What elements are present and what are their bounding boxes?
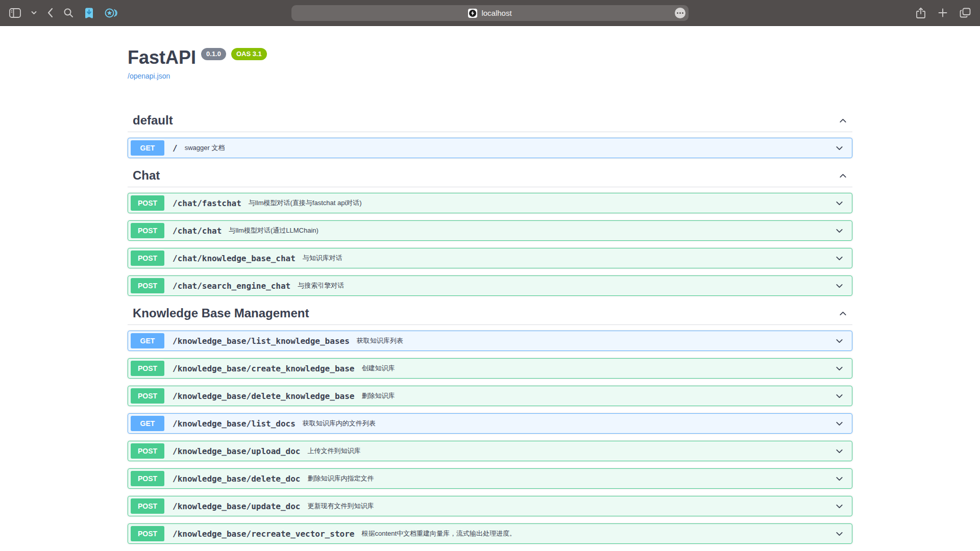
openapi-spec-link[interactable]: /openapi.json bbox=[128, 72, 170, 80]
chevron-down-icon bbox=[834, 363, 845, 374]
method-badge: POST bbox=[131, 443, 164, 459]
endpoint-path: /chat/search_engine_chat bbox=[173, 281, 290, 291]
tab-overview-button[interactable] bbox=[959, 7, 972, 19]
toolbar-left-group bbox=[8, 6, 118, 20]
chevron-down-icon bbox=[834, 501, 845, 512]
endpoint-path: /knowledge_base/delete_doc bbox=[173, 474, 300, 484]
collapse-section-button[interactable] bbox=[838, 115, 848, 126]
method-badge: POST bbox=[131, 498, 164, 514]
endpoint-row[interactable]: GET/knowledge_base/list_knowledge_bases获… bbox=[128, 331, 852, 351]
tab-overview-icon bbox=[960, 8, 971, 18]
expand-endpoint-button[interactable] bbox=[834, 446, 845, 457]
plus-icon bbox=[938, 8, 947, 17]
method-badge: POST bbox=[131, 361, 164, 376]
endpoint-row[interactable]: POST/knowledge_base/create_knowledge_bas… bbox=[128, 358, 852, 379]
extension-button-2[interactable] bbox=[104, 7, 118, 19]
api-section: Knowledge Base ManagementGET/knowledge_b… bbox=[128, 303, 852, 544]
endpoint-description: 上传文件到知识库 bbox=[307, 446, 360, 456]
endpoint-path: /knowledge_base/list_knowledge_bases bbox=[173, 336, 350, 346]
back-button[interactable] bbox=[46, 7, 54, 19]
extension-button-1[interactable] bbox=[83, 6, 95, 20]
chevron-up-icon bbox=[838, 170, 848, 181]
expand-endpoint-button[interactable] bbox=[834, 143, 845, 154]
page-title: FastAPI bbox=[128, 46, 196, 68]
collapse-section-button[interactable] bbox=[838, 170, 848, 181]
endpoint-description: 删除知识库 bbox=[361, 391, 395, 400]
chevron-down-icon bbox=[834, 529, 845, 539]
expand-endpoint-button[interactable] bbox=[834, 198, 845, 209]
endpoint-path: /chat/chat bbox=[173, 226, 222, 236]
chevron-down-icon bbox=[834, 418, 845, 429]
ellipsis-icon bbox=[677, 12, 683, 14]
method-badge: GET bbox=[131, 333, 164, 348]
method-badge: POST bbox=[131, 251, 164, 266]
endpoint-row[interactable]: POST/chat/search_engine_chat与搜索引擎对话 bbox=[128, 276, 852, 296]
share-icon bbox=[916, 7, 926, 19]
url-bar[interactable]: localhost bbox=[291, 5, 689, 21]
endpoint-row[interactable]: GET/swagger 文档 bbox=[128, 138, 852, 158]
expand-endpoint-button[interactable] bbox=[834, 418, 845, 429]
sidebar-icon bbox=[9, 8, 21, 18]
endpoint-description: 更新现有文件到知识库 bbox=[307, 502, 374, 511]
endpoint-description: 获取知识库内的文件列表 bbox=[303, 419, 376, 428]
new-tab-button[interactable] bbox=[937, 7, 948, 18]
expand-endpoint-button[interactable] bbox=[834, 226, 845, 236]
expand-endpoint-button[interactable] bbox=[834, 473, 845, 484]
page-options-button[interactable] bbox=[675, 8, 685, 18]
chevron-down-icon bbox=[834, 253, 845, 264]
expand-endpoint-button[interactable] bbox=[834, 253, 845, 264]
section-header[interactable]: Knowledge Base Management bbox=[128, 303, 852, 325]
expand-endpoint-button[interactable] bbox=[834, 529, 845, 539]
endpoint-description: swagger 文档 bbox=[185, 143, 225, 153]
expand-endpoint-button[interactable] bbox=[834, 501, 845, 512]
api-section: ChatPOST/chat/fastchat与llm模型对话(直接与fastch… bbox=[128, 165, 852, 296]
endpoint-description: 删除知识库内指定文件 bbox=[307, 474, 374, 483]
section-header[interactable]: default bbox=[128, 110, 852, 132]
expand-endpoint-button[interactable] bbox=[834, 281, 845, 291]
endpoint-description: 与llm模型对话(通过LLMChain) bbox=[229, 226, 318, 235]
endpoint-row[interactable]: POST/chat/fastchat与llm模型对话(直接与fastchat a… bbox=[128, 193, 852, 213]
method-badge: GET bbox=[131, 416, 164, 431]
chevron-down-icon bbox=[834, 391, 845, 402]
method-badge: POST bbox=[131, 278, 164, 293]
endpoint-path: /chat/fastchat bbox=[173, 198, 241, 208]
endpoint-path: /chat/knowledge_base_chat bbox=[173, 254, 296, 263]
method-badge: POST bbox=[131, 388, 164, 404]
extension-bookmark-icon bbox=[84, 7, 94, 19]
api-section: defaultGET/swagger 文档 bbox=[128, 110, 852, 158]
endpoint-path: /knowledge_base/list_docs bbox=[173, 419, 296, 429]
chevron-down-icon bbox=[31, 11, 37, 15]
endpoint-description: 与搜索引擎对话 bbox=[298, 281, 344, 290]
browser-toolbar: localhost bbox=[0, 0, 980, 26]
sidebar-toggle-button[interactable] bbox=[8, 7, 22, 19]
endpoint-row[interactable]: POST/chat/chat与llm模型对话(通过LLMChain) bbox=[128, 220, 852, 241]
chevron-down-icon bbox=[834, 446, 845, 457]
endpoint-row[interactable]: POST/knowledge_base/delete_doc删除知识库内指定文件 bbox=[128, 468, 852, 489]
endpoint-row[interactable]: POST/chat/knowledge_base_chat与知识库对话 bbox=[128, 248, 852, 268]
search-icon bbox=[63, 8, 74, 18]
section-title: Chat bbox=[133, 168, 160, 183]
expand-endpoint-button[interactable] bbox=[834, 391, 845, 402]
search-button[interactable] bbox=[62, 7, 75, 19]
chevron-down-icon bbox=[834, 473, 845, 484]
page-body: FastAPI 0.1.0 OAS 3.1 /openapi.json defa… bbox=[0, 26, 980, 551]
content-wrapper: FastAPI 0.1.0 OAS 3.1 /openapi.json defa… bbox=[128, 26, 852, 544]
endpoint-row[interactable]: POST/knowledge_base/recreate_vector_stor… bbox=[128, 523, 852, 544]
endpoint-row[interactable]: POST/knowledge_base/delete_knowledge_bas… bbox=[128, 386, 852, 406]
endpoint-row[interactable]: POST/knowledge_base/upload_doc上传文件到知识库 bbox=[128, 441, 852, 461]
endpoint-row[interactable]: GET/knowledge_base/list_docs获取知识库内的文件列表 bbox=[128, 413, 852, 434]
api-title-row: FastAPI 0.1.0 OAS 3.1 bbox=[128, 46, 852, 68]
expand-endpoint-button[interactable] bbox=[834, 363, 845, 374]
chevron-up-icon bbox=[838, 115, 848, 126]
endpoint-path: /knowledge_base/upload_doc bbox=[173, 446, 300, 456]
site-favicon bbox=[468, 9, 477, 18]
method-badge: POST bbox=[131, 471, 164, 486]
expand-endpoint-button[interactable] bbox=[834, 336, 845, 346]
share-button[interactable] bbox=[915, 6, 927, 20]
sidebar-menu-button[interactable] bbox=[30, 10, 38, 16]
endpoint-row[interactable]: POST/knowledge_base/update_doc更新现有文件到知识库 bbox=[128, 496, 852, 516]
endpoint-path: /knowledge_base/delete_knowledge_base bbox=[173, 391, 354, 401]
chevron-down-icon bbox=[834, 143, 845, 154]
section-header[interactable]: Chat bbox=[128, 165, 852, 187]
collapse-section-button[interactable] bbox=[838, 308, 848, 319]
